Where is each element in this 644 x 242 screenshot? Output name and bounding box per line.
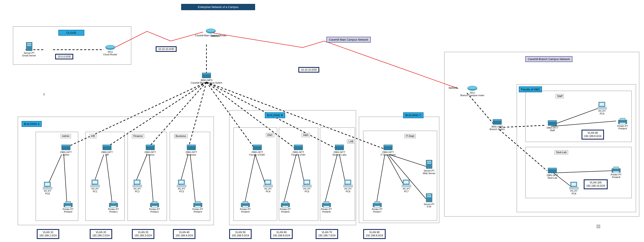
vlan20: VLAN 20 192.168.2.0/24	[90, 229, 112, 239]
net-cloud: 20.0.0.0/30	[55, 54, 73, 60]
cloudr-l1: 2911	[108, 50, 113, 53]
sw-ad[interactable]: 2960-24TTFaculty of Art	[283, 144, 314, 156]
net-branch: 10.10.10.0/30	[298, 67, 319, 72]
pc1[interactable]: PC-PTPC1	[86, 179, 104, 193]
sw-stud[interactable]: 2960-24TTStud-Lab	[539, 168, 565, 179]
lbl-lab: LAB	[347, 139, 355, 144]
sw-it[interactable]: 2960-24TTIT Department	[372, 144, 404, 156]
pc9[interactable]: PC-PTPC9	[594, 102, 611, 115]
branchsw-l2: Branch Switch	[490, 128, 505, 130]
pr3[interactable]: Printer-PTPrinter3	[188, 201, 208, 213]
pc5[interactable]: PC-PTPC5	[298, 179, 316, 193]
mainsw-l2: Cavehill Main Campus Switch	[191, 82, 222, 84]
title-main-net: Cavehill Main Campus Network	[326, 37, 371, 42]
lbl-hr: HR	[90, 134, 96, 138]
lbl-bus: Business	[174, 134, 188, 138]
grp-staff	[525, 91, 632, 142]
pr1[interactable]: Printer-PTPrinter1	[104, 201, 123, 213]
vlan100: VLAN 100 192.168.10.0/24	[584, 179, 608, 189]
title-enterprise: Enterprise Network of a Campus	[181, 4, 255, 10]
lbl-it: IT-Dept	[404, 134, 416, 138]
building-c-title: BUILDING C	[403, 112, 424, 118]
pr6[interactable]: Printer-PTPrinter6	[317, 201, 336, 213]
branchsw-l1: 3650-24PS	[491, 125, 503, 128]
vlan80: VLAN 80 192.168.8.0/24	[363, 229, 386, 239]
pc2[interactable]: PC-PTPC2	[129, 179, 146, 193]
branchr-l1: 2911	[470, 92, 475, 94]
lbl-admin: Admin	[60, 134, 71, 138]
sw-ec[interactable]: 2960-24TTFaculty of E&C	[242, 144, 272, 156]
vlan30: VLAN 20 192.168.3.0/24	[132, 229, 154, 239]
building-a-title: BUILDING A	[22, 121, 42, 127]
building-b-title: BUILDING B	[265, 112, 285, 118]
mainsw-l1: 3650-24PS	[200, 79, 212, 82]
pc0[interactable]: PC-PTPC0	[39, 182, 56, 195]
pr0[interactable]: Printer-PTPrinter0	[58, 201, 78, 213]
pc8[interactable]: PC-PTPC8	[565, 182, 582, 195]
net-main: 10.10.10.4/30	[156, 46, 176, 52]
lbl-ec: E&C	[266, 133, 274, 137]
pc7[interactable]: PC-PTPC7	[398, 179, 415, 193]
vlan40: VLAN 40 192.168.4.0/24	[173, 229, 196, 239]
lbl-ad: A&D	[302, 133, 310, 137]
pc4[interactable]: PC-PTPC4	[260, 179, 277, 193]
vlan10: VLAN 10 192.168.1.0/24	[37, 229, 59, 239]
email-l2: Email Server	[22, 54, 36, 57]
pr2[interactable]: Printer-PTPrinter2	[145, 201, 164, 213]
num3: 3	[43, 93, 45, 96]
sw-lab[interactable]: 2960-24TTStudent Labs	[324, 144, 354, 156]
vlan70: VLAN 70 192.168.7.0/24	[316, 229, 338, 239]
pc3[interactable]: PC-PTPC3	[173, 179, 190, 193]
pc6[interactable]: PC-PTPC6	[340, 179, 357, 193]
sw-bus[interactable]: 2960-24TTBusiness	[180, 144, 203, 156]
branchr-l2: Branch Campus router	[460, 94, 484, 96]
lbl-fin: Finance	[132, 134, 144, 138]
vlan50: VLAN 50 192.168.5.0/24	[229, 229, 252, 239]
main-router[interactable]: Cavehill Main Campus Router	[187, 28, 234, 37]
mainr-l1: Cavehill Main Campus Router	[195, 34, 226, 37]
email-server[interactable]: Server-PTEmail Server	[18, 42, 40, 57]
lbl-stud: Stud-Lab	[554, 150, 568, 154]
branch-switch[interactable]: 3650-24PSBranch Switch	[483, 119, 511, 130]
vlan90: VLAN 90 192.168.9.0/24	[582, 130, 604, 140]
cloud-title: CLOUD	[58, 30, 84, 36]
cloud-router[interactable]: 2911Cloud Router	[98, 44, 122, 56]
note-square	[597, 225, 600, 228]
sw-staff[interactable]: 2960-24TTStaff	[539, 120, 565, 132]
email-l1: Server-PT	[24, 52, 34, 54]
main-switch[interactable]: 3650-24PSCavehill Main Campus Switch	[186, 72, 227, 84]
sw-fin[interactable]: 2960-24TTFinance	[138, 144, 162, 156]
diagram-canvas: { "titles":{ "enterprise":"Enterprise Ne…	[0, 0, 644, 242]
ftpserver[interactable]: Server-PTFTP	[418, 194, 440, 208]
sw-admin[interactable]: 2960-24TTAdmin	[54, 144, 78, 156]
sw-hr[interactable]: 2960-24TTHR	[95, 144, 119, 156]
pr9[interactable]: Printer-PTPrinter9	[613, 118, 632, 130]
pr8[interactable]: Printer-PTPrinter8	[606, 166, 626, 178]
pr7[interactable]: Printer-PTPrinter7	[368, 201, 387, 213]
webserver[interactable]: Server-PTWeb Server	[418, 160, 440, 174]
pr5[interactable]: Printer-PTPrinter5	[276, 201, 295, 213]
branch-router[interactable]: 2911Branch Campus router	[456, 85, 488, 96]
vlan60: VLAN 60 192.168.6.0/24	[270, 229, 293, 239]
cloudr-l2: Cloud Router	[103, 53, 118, 56]
lbl-staff: Staff	[556, 94, 564, 98]
pr4[interactable]: Printer-PTPrinter4	[236, 201, 255, 213]
